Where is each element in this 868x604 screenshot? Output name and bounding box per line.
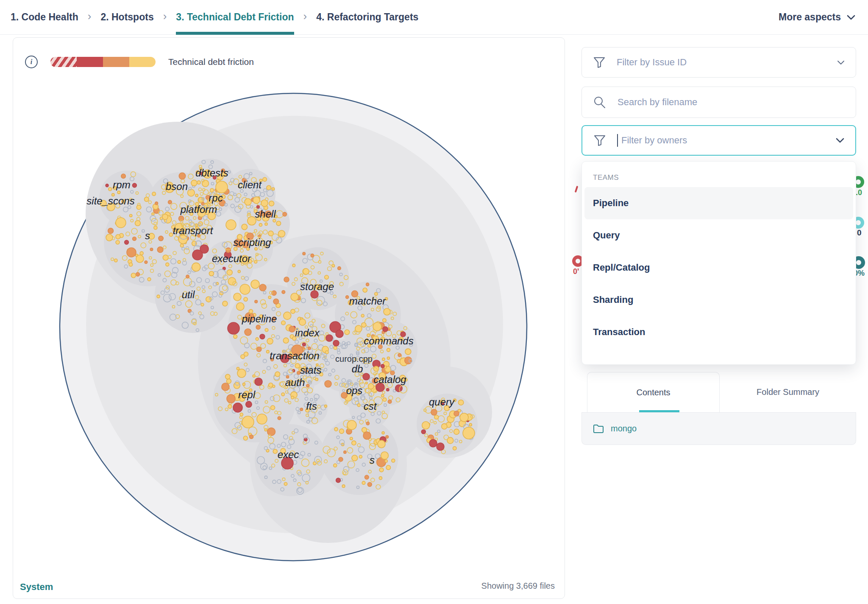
cluster-label-rpm[interactable]: rpm bbox=[113, 179, 130, 190]
cluster-label-stats[interactable]: stats bbox=[300, 364, 322, 376]
cluster-label-scripting[interactable]: scripting bbox=[233, 237, 271, 248]
cluster-label-s[interactable]: s bbox=[145, 230, 150, 241]
owners-dropdown-menu: TEAMS PipelineQueryRepl/CatalogShardingT… bbox=[581, 161, 856, 365]
chevron-down-icon bbox=[836, 138, 844, 143]
cluster-label-fts[interactable]: fts bbox=[306, 400, 317, 412]
cluster-label-db[interactable]: db bbox=[352, 363, 363, 375]
cluster-label-matcher[interactable]: matcher bbox=[349, 295, 387, 307]
contents-list-item-mongo[interactable]: mongo bbox=[581, 413, 856, 445]
cluster-label-bson[interactable]: bson bbox=[166, 181, 188, 192]
top-navigation: 1. Code Health›2. Hotspots›3. Technical … bbox=[0, 0, 868, 35]
owners-option-transaction[interactable]: Transaction bbox=[582, 316, 856, 348]
text-cursor bbox=[617, 134, 618, 147]
filename-search-placeholder: Search by filename bbox=[618, 97, 845, 108]
cluster-label-cst[interactable]: cst bbox=[364, 400, 377, 412]
active-tab-indicator bbox=[639, 410, 679, 412]
cluster-label-commands[interactable]: commands bbox=[364, 335, 413, 347]
chevron-down-icon bbox=[847, 15, 855, 20]
folder-details-card: Contents Folder Summary mongo bbox=[581, 372, 856, 445]
filter-by-owners-input[interactable]: Filter by owners bbox=[581, 125, 856, 156]
folder-name: mongo bbox=[611, 424, 637, 433]
tab-folder-summary-label: Folder Summary bbox=[757, 387, 819, 397]
cluster-label-s[interactable]: s bbox=[370, 454, 375, 466]
partial-score-text: 0 bbox=[857, 228, 862, 238]
owners-option-pipeline[interactable]: Pipeline bbox=[584, 187, 853, 219]
more-aspects-label: More aspects bbox=[779, 11, 841, 23]
breadcrumb-separator: › bbox=[303, 10, 307, 23]
cluster-label-site-scons[interactable]: site_scons bbox=[86, 195, 134, 207]
partial-score-text: 0' bbox=[573, 267, 579, 276]
filter-by-issue-dropdown[interactable]: Filter by Issue ID bbox=[581, 47, 856, 78]
more-aspects-button[interactable]: More aspects bbox=[779, 11, 855, 23]
scale-segment-orange bbox=[103, 57, 129, 67]
cluster-label-client[interactable]: client bbox=[238, 179, 262, 190]
tab-folder-summary[interactable]: Folder Summary bbox=[720, 372, 856, 412]
search-by-filename-input[interactable]: Search by filename bbox=[581, 87, 856, 118]
search-icon bbox=[593, 95, 606, 109]
legend-title: Technical debt friction bbox=[168, 57, 254, 67]
cluster-label-curop-cpp[interactable]: curop.cpp bbox=[335, 354, 373, 364]
teams-group-label: TEAMS bbox=[593, 173, 856, 182]
chart-legend: i Technical debt friction bbox=[25, 56, 254, 68]
issue-filter-placeholder: Filter by Issue ID bbox=[617, 57, 826, 68]
filter-funnel-icon bbox=[593, 56, 606, 69]
tab-bar: Contents Folder Summary bbox=[581, 372, 856, 413]
cluster-label-catalog[interactable]: catalog bbox=[373, 374, 406, 385]
partial-score-text: .0 bbox=[856, 188, 862, 197]
friction-color-scale bbox=[50, 57, 156, 67]
cluster-label-storage[interactable]: storage bbox=[300, 281, 334, 292]
cluster-label-rpc[interactable]: rpc bbox=[209, 192, 223, 204]
cluster-label-platform[interactable]: platform bbox=[180, 204, 217, 215]
owners-option-repl-catalog[interactable]: Repl/Catalog bbox=[582, 252, 856, 284]
cluster-label-executor[interactable]: executor bbox=[212, 253, 251, 264]
tab-contents[interactable]: Contents bbox=[587, 372, 720, 412]
owners-option-sharding[interactable]: Sharding bbox=[582, 284, 856, 316]
cluster-label-ops[interactable]: ops bbox=[346, 385, 363, 396]
cluster-label-query[interactable]: query bbox=[429, 396, 455, 408]
scale-segment-red bbox=[77, 57, 103, 67]
cluster-label-pipeline[interactable]: pipeline bbox=[242, 313, 277, 324]
circle-packing-chart[interactable]: rpmsite_sconsbsondbtestsclientrpcplatfor… bbox=[13, 37, 565, 599]
breadcrumb-separator: › bbox=[163, 10, 167, 23]
breadcrumb-separator: › bbox=[88, 10, 92, 23]
cluster-label-exec[interactable]: exec bbox=[278, 449, 299, 460]
scale-segment-yellow bbox=[129, 57, 156, 67]
breadcrumb-step-3[interactable]: 3. Technical Debt Friction bbox=[176, 0, 294, 34]
tab-contents-label: Contents bbox=[636, 388, 670, 397]
cluster-label-transaction[interactable]: transaction bbox=[270, 350, 319, 361]
breadcrumb: 1. Code Health›2. Hotspots›3. Technical … bbox=[11, 0, 418, 34]
cluster-label-util[interactable]: util bbox=[182, 289, 195, 300]
cluster-label-dbtests[interactable]: dbtests bbox=[195, 167, 228, 179]
filter-funnel-icon bbox=[593, 134, 606, 147]
cluster-label-transport[interactable]: transport bbox=[173, 225, 214, 236]
breadcrumb-step-2[interactable]: 2. Hotspots bbox=[100, 0, 153, 34]
chevron-down-icon bbox=[837, 60, 845, 65]
owners-option-query[interactable]: Query bbox=[582, 219, 856, 252]
cluster-label-auth[interactable]: auth bbox=[285, 377, 305, 388]
info-icon[interactable]: i bbox=[25, 56, 38, 68]
scale-segment-hatched bbox=[50, 57, 77, 67]
cluster-label-repl[interactable]: repl bbox=[238, 389, 256, 400]
owners-filter-placeholder: Filter by owners bbox=[621, 135, 825, 146]
cluster-label-shell[interactable]: shell bbox=[255, 208, 276, 220]
folder-icon bbox=[593, 424, 604, 433]
breadcrumb-step-1[interactable]: 1. Code Health bbox=[11, 0, 78, 34]
cluster-label-index[interactable]: index bbox=[295, 327, 320, 338]
breadcrumb-step-4[interactable]: 4. Refactoring Targets bbox=[316, 0, 418, 34]
partial-red-mark bbox=[575, 186, 579, 193]
